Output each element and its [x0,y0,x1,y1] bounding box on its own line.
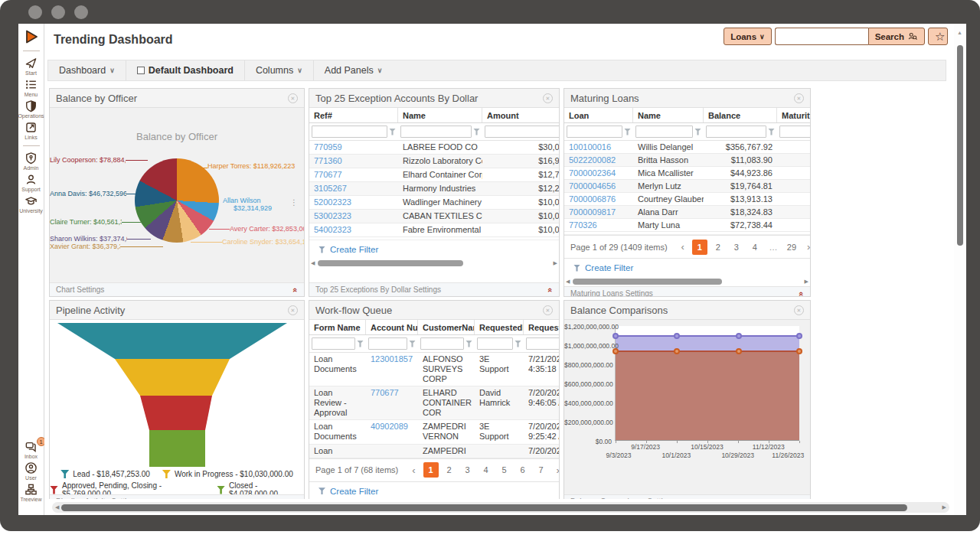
pager-next-icon[interactable]: › [802,241,811,253]
pager-page[interactable]: 4 [747,240,763,255]
search-input[interactable] [775,28,868,45]
funnel-chart[interactable] [50,323,304,468]
record-link[interactable]: 52002323 [309,196,398,209]
filter-funnel-icon[interactable] [694,129,701,135]
data-point[interactable] [796,333,802,339]
sidebar-item-operations[interactable]: Operations [18,99,44,119]
funnel-stage-3[interactable] [140,396,212,430]
add-panels-menu-button[interactable]: Add Panels ∨ [314,60,394,80]
scroll-right-icon[interactable]: ▶ [805,279,808,285]
close-icon[interactable]: ✕ [794,93,804,103]
pager-page[interactable]: 29 [784,240,799,255]
column-filter-input[interactable] [635,126,693,138]
record-link[interactable]: 40902089 [366,420,418,444]
data-point[interactable] [674,348,680,354]
sidebar-item-support[interactable]: Support [19,173,43,192]
filter-funnel-icon[interactable] [466,341,472,347]
record-link[interactable]: 770677 [366,386,418,419]
create-filter-link[interactable]: Create Filter [309,482,559,499]
column-filter-input[interactable] [706,126,766,138]
app-logo-icon[interactable] [24,29,39,44]
create-filter-link[interactable]: Create Filter [564,259,810,277]
column-filter-input[interactable] [312,126,387,138]
record-link[interactable]: 7000006876 [564,193,633,205]
data-point[interactable] [674,333,680,339]
record-link[interactable]: 771360 [309,155,398,168]
dashboard-menu-button[interactable]: Dashboard ∨ [48,60,126,80]
filter-funnel-icon[interactable] [389,129,396,135]
record-link[interactable]: 770959 [309,141,398,154]
column-filter-input[interactable] [420,337,464,350]
pager-page-current[interactable]: 1 [692,240,707,255]
column-filter-input[interactable] [368,337,407,350]
collapse-icon[interactable]: « [546,287,555,292]
pager-page[interactable]: 6 [515,462,531,478]
record-link[interactable]: 54002323 [309,223,398,236]
record-link[interactable]: 770677 [309,168,398,181]
pager-page[interactable]: 5 [497,462,512,478]
filter-funnel-icon[interactable] [514,341,521,347]
close-icon[interactable]: ✕ [794,305,804,315]
pie-chart[interactable] [135,158,219,243]
sidebar-item-inbox[interactable]: Inbox1 [20,440,41,459]
columns-menu-button[interactable]: Columns ∨ [245,60,314,80]
scrollbar-thumb[interactable] [318,260,463,266]
column-header[interactable]: Requeste [524,320,559,334]
pager-page[interactable]: 7 [534,462,549,478]
close-icon[interactable]: ✕ [543,93,553,103]
column-header[interactable]: Loan [564,108,633,122]
pager-next-icon[interactable]: › [552,465,560,476]
favorite-button[interactable]: ☆ [928,28,948,45]
column-header[interactable]: Name [398,108,482,122]
filter-funnel-icon[interactable] [357,341,364,347]
create-filter-link[interactable]: Create Filter [309,240,559,259]
pager-page[interactable]: 3 [729,240,744,255]
default-dashboard-toggle[interactable]: Default Dashboard [126,60,245,80]
sidebar-item-admin[interactable]: Admin [19,152,43,171]
column-header[interactable]: Amount [482,108,559,122]
column-header[interactable]: Form Name [309,320,366,334]
window-control-dot[interactable] [51,5,65,19]
column-header[interactable]: CustomerName [418,320,475,334]
scroll-up-icon[interactable]: ▲ [957,30,962,35]
window-control-dot[interactable] [28,5,42,19]
scroll-right-icon[interactable]: ▶ [554,260,557,266]
scroll-right-icon[interactable]: ▶ [942,504,946,510]
collapse-icon[interactable]: « [291,287,300,292]
pager-prev-icon[interactable]: ‹ [407,465,420,476]
collapse-icon[interactable]: « [797,291,806,295]
column-header[interactable]: Account Numbe [366,320,418,334]
filter-funnel-icon[interactable] [409,341,416,347]
scroll-left-icon[interactable]: ◀ [566,279,570,285]
window-control-dot[interactable] [74,5,88,19]
record-link[interactable]: 123001857 [366,353,418,386]
record-link[interactable]: 7000009817 [564,206,633,218]
column-filter-input[interactable] [567,126,622,138]
default-dashboard-checkbox[interactable] [137,67,145,74]
pager-page[interactable]: 3 [460,462,475,478]
sidebar-item-links[interactable]: Links [18,121,44,140]
filter-funnel-icon[interactable] [624,129,631,135]
funnel-stage-2[interactable] [115,359,230,396]
column-filter-input[interactable] [526,337,559,350]
column-header[interactable]: Ref# [309,108,398,122]
close-icon[interactable]: ✕ [288,93,298,103]
record-link[interactable]: 770326 [564,219,633,231]
pager-prev-icon[interactable]: ‹ [677,241,689,253]
sidebar-item-treeview[interactable]: Treeview [20,483,41,502]
column-header[interactable]: Name [633,108,704,122]
filter-funnel-icon[interactable] [473,129,480,135]
column-filter-input[interactable] [400,126,472,138]
record-link[interactable]: 53002323 [309,210,398,223]
search-button[interactable]: Search [868,28,925,45]
record-link[interactable]: 7000002364 [564,167,633,179]
sidebar-item-start[interactable]: Start [18,57,44,76]
pager-page[interactable]: 4 [479,462,494,478]
close-icon[interactable]: ✕ [288,305,298,315]
column-filter-input[interactable] [485,126,559,138]
scrollbar-thumb[interactable] [957,45,963,246]
close-icon[interactable]: ✕ [543,305,553,315]
scroll-left-icon[interactable]: ◀ [55,504,59,510]
sidebar-item-user[interactable]: User [20,461,41,481]
pager-page[interactable]: 2 [710,240,726,255]
